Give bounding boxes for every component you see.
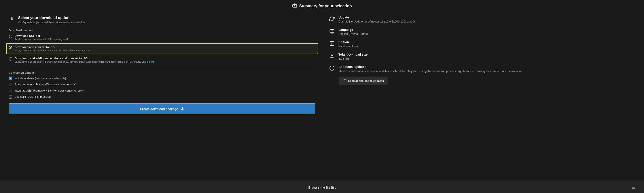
info-row-download-size: Total download size 2.98 GiB	[329, 53, 636, 60]
radio-desc-uup-set: Easily download the selected UUP set usi…	[14, 38, 69, 41]
conversion-options-label: Conversion options	[9, 71, 315, 74]
radio-text-convert-iso: Download and convert to ISO Easily downl…	[14, 45, 92, 52]
briefcase-icon	[292, 3, 297, 9]
browse-file-button[interactable]: Browse the file list	[218, 186, 426, 189]
language-label: Language	[338, 28, 368, 31]
radio-text-uup-set: Download UUP set Easily download the sel…	[14, 34, 69, 41]
checkbox-box-run-cleanup[interactable]	[9, 83, 12, 86]
checkbox-box-include-updates[interactable]	[9, 77, 12, 80]
update-info: Update Cumulative Update for Windows 11 …	[338, 16, 416, 23]
language-info: Language English (United States)	[338, 28, 368, 35]
browse-updates-label: Browse the list of updates	[348, 79, 384, 82]
checkbox-box-dotnet[interactable]	[9, 89, 12, 92]
edition-value: Windows Home	[338, 44, 359, 48]
additional-updates-icon	[329, 65, 335, 72]
additional-updates-desc: This UUP set contains additional updates…	[338, 69, 522, 73]
radio-btn-add-editions[interactable]	[9, 57, 12, 61]
radio-label-add-editions: Download, add additional editions and co…	[14, 57, 154, 60]
download-icon	[9, 16, 15, 24]
section-subtitle: Configure how you would like to download…	[18, 21, 85, 24]
radio-desc-add-editions: Easily download the selected UUP set usi…	[14, 60, 154, 63]
radio-btn-uup-set[interactable]	[9, 35, 12, 38]
edition-icon	[329, 41, 335, 47]
create-download-button[interactable]: Create download package	[9, 103, 315, 114]
download-size-info: Total download size 2.98 GiB	[338, 53, 368, 60]
additional-updates-info: Additional updates This UUP set contains…	[338, 65, 522, 90]
language-icon	[329, 28, 335, 35]
folder-icon	[342, 79, 346, 83]
checkbox-include-updates[interactable]: Include updates (Windows converter only)	[9, 77, 315, 80]
total-download-value: 2.98 GiB	[338, 57, 368, 60]
checkbox-label-include-updates: Include updates (Windows converter only)	[14, 77, 66, 80]
checkbox-dotnet[interactable]: Integrate .NET Framework 3.5 (Windows co…	[9, 89, 315, 92]
download-size-icon	[329, 53, 335, 60]
edition-label: Edition	[338, 40, 359, 44]
page-title: Summary for your selection	[299, 4, 352, 8]
info-row-additional-updates: Additional updates This UUP set contains…	[329, 65, 636, 90]
bottom-bar: Browse the file list ☰	[0, 182, 644, 193]
total-download-label: Total download size	[338, 53, 368, 56]
learn-more-link-editions[interactable]: Learn more	[142, 60, 154, 63]
radio-btn-convert-iso[interactable]	[9, 46, 12, 49]
info-row-language: Language English (United States)	[329, 28, 636, 35]
radio-desc-convert-iso: Easily download the selected UUP set usi…	[14, 49, 92, 52]
hamburger-icon[interactable]: ☰	[632, 185, 635, 190]
update-label: Update	[338, 16, 416, 19]
radio-label-convert-iso: Download and convert to ISO	[14, 45, 92, 49]
left-panel: Select your download options Configure h…	[0, 11, 322, 182]
section-header-text: Select your download options Configure h…	[18, 16, 85, 24]
checkbox-run-cleanup[interactable]: Run component cleanup (Windows converter…	[9, 83, 315, 86]
checkbox-solid-compression[interactable]: Use solid (ESD) compression	[9, 95, 315, 99]
learn-more-link-updates[interactable]: Learn more	[508, 70, 522, 73]
section-title: Select your download options	[18, 16, 85, 20]
info-row-edition: Edition Windows Home	[329, 40, 636, 48]
svg-rect-0	[293, 4, 296, 7]
update-value: Cumulative Update for Windows 11 (10.0.2…	[338, 20, 416, 23]
checkbox-label-dotnet: Integrate .NET Framework 3.5 (Windows co…	[14, 89, 84, 92]
page-header: Summary for your selection	[0, 0, 644, 11]
checkbox-label-solid-compression: Use solid (ESD) compression	[14, 95, 50, 98]
edition-info: Edition Windows Home	[338, 40, 359, 48]
radio-label-uup-set: Download UUP set	[14, 34, 69, 37]
right-panel: Update Cumulative Update for Windows 11 …	[322, 11, 644, 182]
browse-updates-button[interactable]: Browse the list of updates	[338, 77, 388, 85]
checkbox-group: Include updates (Windows converter only)…	[9, 77, 315, 99]
checkbox-box-solid-compression[interactable]	[9, 95, 12, 99]
additional-updates-label: Additional updates	[338, 65, 522, 69]
info-row-update: Update Cumulative Update for Windows 11 …	[329, 16, 636, 23]
update-icon	[329, 16, 335, 23]
radio-option-add-editions[interactable]: Download, add additional editions and co…	[9, 57, 315, 63]
radio-option-uup-set[interactable]: Download UUP set Easily download the sel…	[9, 34, 315, 41]
main-content: Select your download options Configure h…	[0, 11, 644, 182]
checkbox-label-run-cleanup: Run component cleanup (Windows converter…	[14, 83, 76, 86]
create-button-label: Create download package	[140, 107, 178, 111]
download-method-label: Download method	[9, 29, 315, 32]
radio-text-add-editions: Download, add additional editions and co…	[14, 57, 154, 63]
language-value: English (United States)	[338, 32, 368, 35]
download-arrow-icon	[181, 107, 184, 111]
svg-rect-5	[330, 41, 334, 45]
section-header: Select your download options Configure h…	[9, 16, 315, 24]
radio-option-convert-iso[interactable]: Download and convert to ISO Easily downl…	[6, 43, 318, 54]
